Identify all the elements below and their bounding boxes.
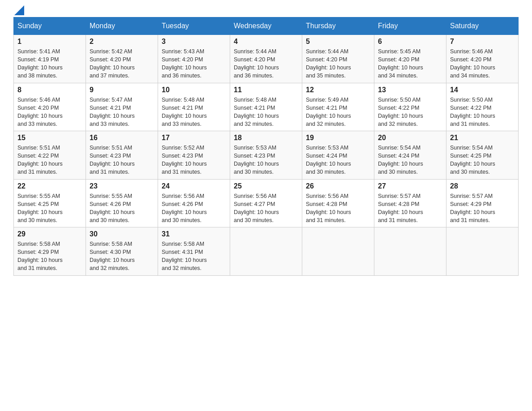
day-info: Sunrise: 5:54 AMSunset: 4:24 PMDaylight:… <box>378 144 442 176</box>
calendar-cell: 24Sunrise: 5:56 AMSunset: 4:26 PMDayligh… <box>158 179 230 227</box>
calendar-cell: 10Sunrise: 5:48 AMSunset: 4:21 PMDayligh… <box>158 83 230 131</box>
calendar-cell: 27Sunrise: 5:57 AMSunset: 4:28 PMDayligh… <box>374 179 446 227</box>
calendar-cell: 19Sunrise: 5:53 AMSunset: 4:24 PMDayligh… <box>302 131 374 180</box>
calendar-cell: 2Sunrise: 5:42 AMSunset: 4:20 PMDaylight… <box>86 35 158 83</box>
day-info: Sunrise: 5:48 AMSunset: 4:21 PMDaylight:… <box>162 96 226 128</box>
calendar-cell: 29Sunrise: 5:58 AMSunset: 4:29 PMDayligh… <box>14 227 86 276</box>
day-number: 8 <box>17 86 82 94</box>
day-info: Sunrise: 5:55 AMSunset: 4:25 PMDaylight:… <box>17 192 82 225</box>
day-number: 31 <box>162 230 226 238</box>
calendar-cell <box>302 227 374 276</box>
day-info: Sunrise: 5:54 AMSunset: 4:25 PMDaylight:… <box>450 144 515 176</box>
weekday-header-sunday: Sunday <box>14 17 86 35</box>
day-info: Sunrise: 5:56 AMSunset: 4:26 PMDaylight:… <box>162 192 226 225</box>
calendar-cell: 26Sunrise: 5:56 AMSunset: 4:28 PMDayligh… <box>302 179 374 227</box>
day-number: 11 <box>234 86 298 94</box>
day-info: Sunrise: 5:58 AMSunset: 4:31 PMDaylight:… <box>162 240 226 273</box>
day-number: 17 <box>162 134 226 142</box>
day-info: Sunrise: 5:55 AMSunset: 4:26 PMDaylight:… <box>90 192 154 225</box>
day-info: Sunrise: 5:50 AMSunset: 4:22 PMDaylight:… <box>378 96 442 128</box>
calendar-cell: 20Sunrise: 5:54 AMSunset: 4:24 PMDayligh… <box>374 131 446 180</box>
weekday-header-tuesday: Tuesday <box>158 17 230 35</box>
weekday-row: SundayMondayTuesdayWednesdayThursdayFrid… <box>14 17 519 35</box>
day-info: Sunrise: 5:49 AMSunset: 4:21 PMDaylight:… <box>306 96 370 128</box>
calendar-body: 1Sunrise: 5:41 AMSunset: 4:19 PMDaylight… <box>14 35 519 276</box>
calendar-cell <box>374 227 446 276</box>
calendar-cell: 15Sunrise: 5:51 AMSunset: 4:22 PMDayligh… <box>14 131 86 180</box>
calendar-cell: 8Sunrise: 5:46 AMSunset: 4:20 PMDaylight… <box>14 83 86 131</box>
logo-triangle-icon <box>14 5 24 15</box>
calendar-cell: 4Sunrise: 5:44 AMSunset: 4:20 PMDaylight… <box>230 35 302 83</box>
day-number: 7 <box>450 38 515 46</box>
calendar-week-5: 29Sunrise: 5:58 AMSunset: 4:29 PMDayligh… <box>14 227 519 276</box>
day-number: 10 <box>162 86 226 94</box>
day-number: 22 <box>17 182 82 190</box>
day-number: 15 <box>17 134 82 142</box>
day-number: 2 <box>90 38 154 46</box>
calendar-cell: 21Sunrise: 5:54 AMSunset: 4:25 PMDayligh… <box>446 131 519 180</box>
calendar-cell: 30Sunrise: 5:58 AMSunset: 4:30 PMDayligh… <box>86 227 158 276</box>
calendar-week-2: 8Sunrise: 5:46 AMSunset: 4:20 PMDaylight… <box>14 83 519 131</box>
weekday-header-friday: Friday <box>374 17 446 35</box>
calendar-cell: 18Sunrise: 5:53 AMSunset: 4:23 PMDayligh… <box>230 131 302 180</box>
day-info: Sunrise: 5:42 AMSunset: 4:20 PMDaylight:… <box>90 47 154 80</box>
logo <box>13 9 24 13</box>
calendar-cell: 11Sunrise: 5:48 AMSunset: 4:21 PMDayligh… <box>230 83 302 131</box>
day-info: Sunrise: 5:56 AMSunset: 4:28 PMDaylight:… <box>306 192 370 225</box>
calendar-week-1: 1Sunrise: 5:41 AMSunset: 4:19 PMDaylight… <box>14 35 519 83</box>
day-info: Sunrise: 5:47 AMSunset: 4:21 PMDaylight:… <box>90 96 154 128</box>
day-number: 25 <box>234 182 298 190</box>
calendar-header: SundayMondayTuesdayWednesdayThursdayFrid… <box>14 17 519 35</box>
calendar-cell: 5Sunrise: 5:44 AMSunset: 4:20 PMDaylight… <box>302 35 374 83</box>
calendar-week-3: 15Sunrise: 5:51 AMSunset: 4:22 PMDayligh… <box>14 131 519 180</box>
day-number: 30 <box>90 230 154 238</box>
day-number: 6 <box>378 38 442 46</box>
day-number: 21 <box>450 134 515 142</box>
day-number: 28 <box>450 182 515 190</box>
day-number: 13 <box>378 86 442 94</box>
day-info: Sunrise: 5:48 AMSunset: 4:21 PMDaylight:… <box>234 96 298 128</box>
day-number: 4 <box>234 38 298 46</box>
day-info: Sunrise: 5:52 AMSunset: 4:23 PMDaylight:… <box>162 144 226 176</box>
day-number: 14 <box>450 86 515 94</box>
calendar-cell: 28Sunrise: 5:57 AMSunset: 4:29 PMDayligh… <box>446 179 519 227</box>
calendar-cell: 31Sunrise: 5:58 AMSunset: 4:31 PMDayligh… <box>158 227 230 276</box>
day-number: 23 <box>90 182 154 190</box>
svg-marker-0 <box>14 5 24 15</box>
day-number: 19 <box>306 134 370 142</box>
calendar-cell: 25Sunrise: 5:56 AMSunset: 4:27 PMDayligh… <box>230 179 302 227</box>
calendar-cell: 7Sunrise: 5:46 AMSunset: 4:20 PMDaylight… <box>446 35 519 83</box>
calendar-cell: 14Sunrise: 5:50 AMSunset: 4:22 PMDayligh… <box>446 83 519 131</box>
day-info: Sunrise: 5:58 AMSunset: 4:30 PMDaylight:… <box>90 240 154 273</box>
weekday-header-saturday: Saturday <box>446 17 519 35</box>
day-info: Sunrise: 5:57 AMSunset: 4:29 PMDaylight:… <box>450 192 515 225</box>
day-info: Sunrise: 5:50 AMSunset: 4:22 PMDaylight:… <box>450 96 515 128</box>
calendar-cell: 6Sunrise: 5:45 AMSunset: 4:20 PMDaylight… <box>374 35 446 83</box>
day-number: 27 <box>378 182 442 190</box>
calendar-cell: 12Sunrise: 5:49 AMSunset: 4:21 PMDayligh… <box>302 83 374 131</box>
calendar-cell <box>446 227 519 276</box>
day-info: Sunrise: 5:51 AMSunset: 4:22 PMDaylight:… <box>17 144 82 176</box>
day-info: Sunrise: 5:53 AMSunset: 4:23 PMDaylight:… <box>234 144 298 176</box>
calendar-cell: 23Sunrise: 5:55 AMSunset: 4:26 PMDayligh… <box>86 179 158 227</box>
day-info: Sunrise: 5:58 AMSunset: 4:29 PMDaylight:… <box>17 240 82 273</box>
day-info: Sunrise: 5:57 AMSunset: 4:28 PMDaylight:… <box>378 192 442 225</box>
day-info: Sunrise: 5:45 AMSunset: 4:20 PMDaylight:… <box>378 47 442 80</box>
calendar-cell: 3Sunrise: 5:43 AMSunset: 4:20 PMDaylight… <box>158 35 230 83</box>
day-number: 5 <box>306 38 370 46</box>
day-info: Sunrise: 5:44 AMSunset: 4:20 PMDaylight:… <box>306 47 370 80</box>
calendar-cell <box>230 227 302 276</box>
calendar-week-4: 22Sunrise: 5:55 AMSunset: 4:25 PMDayligh… <box>14 179 519 227</box>
calendar-table: SundayMondayTuesdayWednesdayThursdayFrid… <box>13 17 519 276</box>
page-header <box>13 9 519 13</box>
day-number: 12 <box>306 86 370 94</box>
day-number: 20 <box>378 134 442 142</box>
day-info: Sunrise: 5:43 AMSunset: 4:20 PMDaylight:… <box>162 47 226 80</box>
weekday-header-monday: Monday <box>86 17 158 35</box>
weekday-header-wednesday: Wednesday <box>230 17 302 35</box>
calendar-cell: 16Sunrise: 5:51 AMSunset: 4:23 PMDayligh… <box>86 131 158 180</box>
day-info: Sunrise: 5:53 AMSunset: 4:24 PMDaylight:… <box>306 144 370 176</box>
day-number: 9 <box>90 86 154 94</box>
weekday-header-thursday: Thursday <box>302 17 374 35</box>
day-info: Sunrise: 5:41 AMSunset: 4:19 PMDaylight:… <box>17 47 82 80</box>
